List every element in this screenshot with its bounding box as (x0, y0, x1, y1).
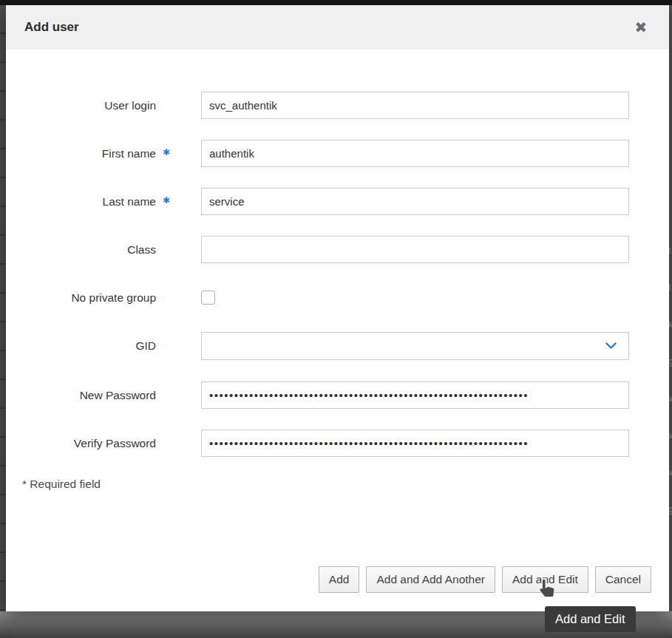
field-label: User login (104, 99, 156, 112)
add-and-add-another-button[interactable]: Add and Add Another (366, 566, 495, 593)
field-row-no-private-group: No private group (6, 284, 669, 311)
mouse-cursor-hand-icon (537, 578, 555, 602)
verify-password-input[interactable] (201, 430, 629, 457)
field-label: Verify Password (74, 437, 156, 450)
new-password-input[interactable] (201, 381, 629, 409)
first-name-input[interactable] (201, 140, 629, 167)
last-name-input[interactable] (201, 188, 629, 215)
close-icon[interactable]: ✖ (632, 18, 650, 36)
field-row-gid: GID (6, 332, 669, 359)
no-private-group-checkbox[interactable] (201, 291, 215, 305)
class-input[interactable] (201, 236, 629, 263)
add-and-edit-tooltip: Add and Edit (545, 606, 636, 632)
required-asterisk: ✱ (156, 195, 177, 206)
cancel-button[interactable]: Cancel (595, 566, 651, 593)
dialog-footer: AddAdd and Add AnotherAdd and EditCancel (319, 566, 651, 593)
add-user-dialog: Add user ✖ User loginFirst name✱Last nam… (6, 5, 669, 611)
field-row-first-name: First name✱ (6, 140, 669, 167)
field-row-verify-password: Verify Password (6, 430, 669, 457)
field-row-class: Class (6, 236, 669, 263)
dialog-title: Add user (24, 20, 79, 35)
required-field-note: * Required field (22, 478, 669, 491)
field-row-user-login: User login (6, 92, 669, 119)
gid-select[interactable] (201, 332, 629, 360)
field-label: Class (127, 243, 156, 257)
field-label: First name (102, 147, 156, 160)
user-login-input[interactable] (201, 92, 629, 119)
field-label: Last name (103, 195, 156, 208)
overlay-left-strip (0, 5, 6, 638)
field-label: New Password (80, 389, 156, 402)
field-label: GID (135, 339, 156, 353)
field-row-new-password: New Password (6, 381, 669, 409)
field-label: No private group (71, 291, 156, 305)
dialog-body: User loginFirst name✱Last name✱ClassNo p… (6, 50, 669, 611)
add-button[interactable]: Add (319, 566, 360, 593)
required-asterisk: ✱ (156, 147, 177, 157)
chevron-down-icon (605, 342, 617, 350)
overlay-top-strip (0, 0, 672, 5)
dialog-header: Add user ✖ (6, 5, 669, 50)
field-row-last-name: Last name✱ (6, 188, 669, 215)
